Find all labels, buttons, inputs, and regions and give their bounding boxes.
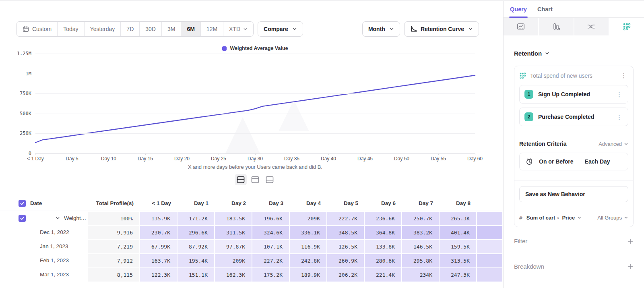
criteria-mode-dropdown[interactable]: Advanced — [599, 141, 628, 147]
range-label: XTD — [229, 26, 240, 32]
retention-value-cell: 348.5K — [327, 225, 365, 239]
range-label: Yesterday — [90, 26, 115, 32]
panel-tab-query[interactable]: Query — [510, 6, 527, 17]
x-axis-tick: Day 5 — [66, 153, 78, 162]
date-range-30d[interactable]: 30D — [140, 22, 162, 36]
retention-value-cell: 401.4K — [440, 225, 477, 239]
y-axis-tick-label: 1.25M — [17, 51, 31, 56]
retention-value-cell: 196.6K — [252, 211, 290, 225]
date-range-selector: CustomTodayYesterday7D30D3M6M12MXTD — [16, 21, 254, 37]
view-insights-button[interactable] — [504, 18, 539, 35]
retention-value-cell: 221.4K — [365, 267, 402, 282]
retention-value-cell: 234K — [402, 267, 440, 282]
date-range-6m[interactable]: 6M — [181, 22, 200, 36]
date-range-7d[interactable]: 7D — [121, 22, 140, 36]
x-axis-tick-label: Day 10 — [101, 156, 116, 162]
retention-value-cell: 122.3K — [140, 267, 178, 282]
date-range-today[interactable]: Today — [58, 22, 84, 36]
criteria-when-control[interactable]: On or Before Each Day — [519, 153, 628, 170]
retention-value-cell: 107.1K — [252, 239, 290, 253]
granularity-label: Month — [368, 26, 385, 32]
retention-value-cell: 296.6K — [178, 225, 215, 239]
panel-tab-chart[interactable]: Chart — [537, 6, 553, 17]
analytics-app: CustomTodayYesterday7D30D3M6M12MXTD Comp… — [0, 0, 644, 288]
granularity-button[interactable]: Month — [362, 21, 400, 37]
range-label: Custom — [32, 26, 52, 32]
x-axis-tick-label: Day 5 — [66, 156, 78, 162]
save-as-new-behavior-button[interactable]: Save as New Behavior — [519, 186, 628, 202]
gridline: 1M — [35, 74, 475, 74]
row-checkbox[interactable] — [19, 215, 26, 222]
retention-value-cell: 265.3K — [440, 211, 477, 225]
chevron-down-icon — [577, 215, 582, 220]
x-axis-tick-label: Day 30 — [248, 156, 263, 162]
x-axis-tick-label: Day 25 — [211, 156, 226, 162]
chart-type-button[interactable]: Retention Curve — [404, 21, 479, 37]
compare-button[interactable]: Compare — [258, 21, 303, 37]
x-axis-tick: Day 35 — [284, 153, 299, 162]
retention-value-cell: 295.8K — [402, 253, 440, 267]
layout-table-only-button[interactable] — [264, 174, 276, 185]
chevron-down-icon — [292, 27, 297, 31]
row-label: Jan 1, 2023 — [40, 243, 68, 249]
table-row: Jan 1, 20237,21967.99K87.92K97.87K107.1K… — [0, 239, 503, 253]
measure-name[interactable]: Sum of cart — [526, 215, 555, 221]
view-retention-button[interactable] — [609, 18, 644, 35]
caret-right-icon: ▸ — [557, 215, 559, 220]
range-label: 12M — [206, 26, 217, 32]
layout-split-view-button[interactable] — [235, 174, 247, 185]
breakdown-section: Breakdown — [514, 263, 634, 270]
retention-value-cell: 126.5K — [327, 239, 365, 253]
layout-chart-only-button[interactable] — [249, 174, 261, 185]
view-flows-button[interactable] — [574, 18, 610, 35]
total-profiles-cell: 9,916 — [88, 225, 140, 239]
retention-section-toggle[interactable]: Retention — [514, 50, 634, 57]
x-axis-tick-label: Day 20 — [174, 156, 190, 162]
retention-value-cell: 250.7K — [402, 211, 440, 225]
behavior-step-1[interactable]: 1Sign Up Completed⋮ — [519, 85, 628, 104]
step-event-name: Purchase Completed — [538, 114, 610, 120]
range-label: 3M — [167, 26, 175, 32]
criteria-when-value: On or Before — [539, 158, 574, 165]
retention-line-chart: 1.25M1M750K500K250K0 — [35, 54, 475, 153]
save-behavior-row: Save as New Behavior — [519, 180, 628, 208]
insights-icon — [517, 23, 525, 31]
retention-table: DateTotal Profile(s)< 1 DayDay 1Day 2Day… — [0, 196, 503, 282]
legend-label: Weighted Average Value — [230, 46, 288, 51]
row-label: Weighted Average ... — [64, 215, 88, 221]
step-menu-button[interactable]: ⋮ — [615, 113, 624, 121]
chart-legend: Weighted Average Value — [35, 46, 475, 51]
date-range-3m[interactable]: 3M — [162, 22, 181, 36]
expand-row-chevron-icon[interactable] — [56, 216, 60, 220]
date-range-12m[interactable]: 12M — [201, 22, 223, 36]
x-axis-tick: Day 10 — [101, 153, 116, 162]
x-axis-tick: Day 15 — [138, 153, 153, 162]
step-menu-button[interactable]: ⋮ — [615, 91, 624, 98]
groups-dropdown[interactable]: All Groups — [597, 215, 628, 221]
measure-property[interactable]: Price — [562, 215, 575, 221]
table-row: Mar 1, 20238,115122.3K151.1K162.3K175.2K… — [0, 267, 503, 282]
step-event-name: Sign Up Completed — [538, 91, 610, 97]
date-range-custom[interactable]: Custom — [17, 22, 58, 36]
add-breakdown-button[interactable] — [627, 263, 634, 270]
step-number-badge: 1 — [524, 90, 533, 99]
filter-section: Filter — [514, 238, 634, 244]
report-toolbar: CustomTodayYesterday7D30D3M6M12MXTD Comp… — [16, 21, 479, 37]
behavior-menu-button[interactable]: ⋮ — [619, 72, 628, 79]
select-all-checkbox[interactable] — [19, 200, 26, 207]
retention-value-cell: 324.6K — [252, 225, 290, 239]
table-row: Weighted Average ...100%135.9K171.2K183.… — [0, 211, 503, 225]
view-funnels-button[interactable] — [539, 18, 574, 35]
retention-value-cell: 206.2K — [327, 267, 365, 282]
retention-value-cell: 236.6K — [365, 211, 402, 225]
date-range-yesterday[interactable]: Yesterday — [85, 22, 121, 36]
retention-value-cell: 242.8K — [290, 253, 327, 267]
add-filter-button[interactable] — [627, 238, 634, 244]
behavior-step-2[interactable]: 2Purchase Completed⋮ — [519, 108, 628, 126]
alarm-clock-icon — [525, 157, 533, 166]
retention-value-cell: 260.9K — [327, 253, 365, 267]
retention-value-cell: 222.7K — [327, 211, 365, 225]
date-range-xtd[interactable]: XTD — [223, 22, 253, 36]
retention-value-cell: 280.6K — [365, 253, 402, 267]
retention-value-cell: 87.92K — [178, 239, 215, 253]
